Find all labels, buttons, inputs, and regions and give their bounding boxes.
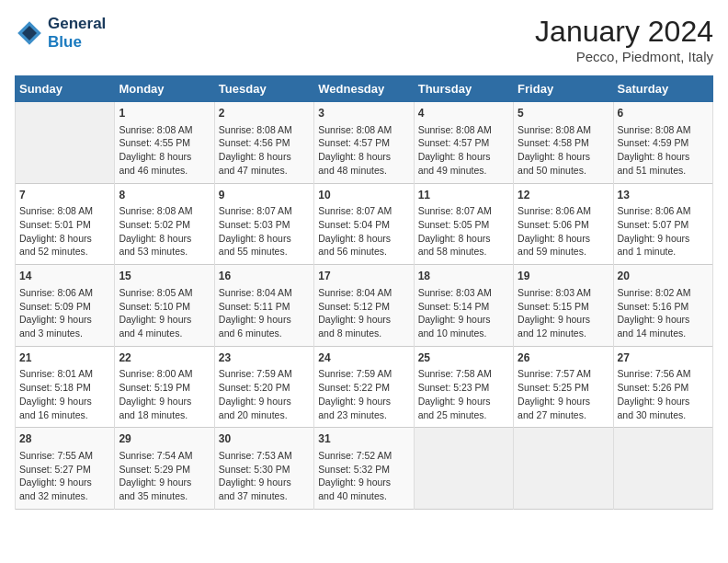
day-number: 17 bbox=[318, 269, 409, 284]
day-number: 16 bbox=[219, 269, 310, 284]
day-number: 18 bbox=[418, 269, 509, 284]
day-info: Sunrise: 8:06 AM Sunset: 5:07 PM Dayligh… bbox=[618, 204, 709, 259]
day-info: Sunrise: 7:54 AM Sunset: 5:29 PM Dayligh… bbox=[119, 449, 210, 503]
calendar-cell: 25Sunrise: 7:58 AM Sunset: 5:23 PM Dayli… bbox=[414, 346, 513, 428]
calendar-cell: 6Sunrise: 8:08 AM Sunset: 4:59 PM Daylig… bbox=[613, 102, 712, 184]
day-info: Sunrise: 8:01 AM Sunset: 5:18 PM Dayligh… bbox=[19, 367, 110, 421]
day-number: 12 bbox=[518, 188, 609, 203]
week-row: 1Sunrise: 8:08 AM Sunset: 4:55 PM Daylig… bbox=[16, 102, 713, 184]
calendar-cell: 20Sunrise: 8:02 AM Sunset: 5:16 PM Dayli… bbox=[613, 265, 712, 347]
logo-icon bbox=[15, 18, 44, 48]
day-number: 4 bbox=[418, 106, 509, 121]
week-row: 7Sunrise: 8:08 AM Sunset: 5:01 PM Daylig… bbox=[16, 183, 713, 265]
day-number: 9 bbox=[219, 188, 310, 203]
day-info: Sunrise: 7:59 AM Sunset: 5:22 PM Dayligh… bbox=[318, 367, 409, 421]
day-number: 21 bbox=[19, 350, 110, 366]
day-number: 2 bbox=[219, 106, 310, 121]
calendar-cell: 26Sunrise: 7:57 AM Sunset: 5:25 PM Dayli… bbox=[514, 346, 613, 428]
calendar-cell: 18Sunrise: 8:03 AM Sunset: 5:14 PM Dayli… bbox=[414, 265, 513, 347]
week-row: 28Sunrise: 7:55 AM Sunset: 5:27 PM Dayli… bbox=[16, 428, 713, 510]
day-info: Sunrise: 8:07 AM Sunset: 5:05 PM Dayligh… bbox=[418, 204, 509, 259]
day-number: 23 bbox=[219, 350, 310, 366]
day-number: 7 bbox=[19, 188, 110, 203]
calendar-cell: 23Sunrise: 7:59 AM Sunset: 5:20 PM Dayli… bbox=[214, 346, 313, 428]
day-number: 1 bbox=[119, 106, 210, 121]
header-row: SundayMondayTuesdayWednesdayThursdayFrid… bbox=[16, 76, 713, 102]
day-info: Sunrise: 8:08 AM Sunset: 5:02 PM Dayligh… bbox=[119, 204, 210, 259]
day-info: Sunrise: 8:08 AM Sunset: 4:55 PM Dayligh… bbox=[119, 123, 210, 178]
calendar-cell: 17Sunrise: 8:04 AM Sunset: 5:12 PM Dayli… bbox=[314, 265, 414, 347]
day-info: Sunrise: 7:55 AM Sunset: 5:27 PM Dayligh… bbox=[19, 449, 110, 503]
day-info: Sunrise: 8:08 AM Sunset: 4:57 PM Dayligh… bbox=[318, 123, 409, 178]
calendar-cell: 13Sunrise: 8:06 AM Sunset: 5:07 PM Dayli… bbox=[613, 183, 712, 265]
day-info: Sunrise: 8:08 AM Sunset: 4:58 PM Dayligh… bbox=[518, 123, 609, 178]
day-info: Sunrise: 7:59 AM Sunset: 5:20 PM Dayligh… bbox=[219, 367, 310, 421]
day-info: Sunrise: 8:07 AM Sunset: 5:04 PM Dayligh… bbox=[318, 204, 409, 259]
day-number: 3 bbox=[318, 106, 409, 121]
calendar-table: SundayMondayTuesdayWednesdayThursdayFrid… bbox=[15, 75, 713, 510]
day-number: 14 bbox=[19, 269, 110, 284]
calendar-cell: 8Sunrise: 8:08 AM Sunset: 5:02 PM Daylig… bbox=[115, 183, 214, 265]
day-number: 30 bbox=[219, 431, 310, 447]
calendar-cell: 10Sunrise: 8:07 AM Sunset: 5:04 PM Dayli… bbox=[314, 183, 414, 265]
day-number: 28 bbox=[19, 431, 110, 447]
day-number: 19 bbox=[518, 269, 609, 284]
calendar-cell: 1Sunrise: 8:08 AM Sunset: 4:55 PM Daylig… bbox=[115, 102, 214, 184]
page-header: General Blue January 2024 Pecco, Piedmon… bbox=[15, 15, 713, 64]
day-info: Sunrise: 8:00 AM Sunset: 5:19 PM Dayligh… bbox=[119, 367, 210, 421]
day-info: Sunrise: 7:58 AM Sunset: 5:23 PM Dayligh… bbox=[418, 367, 509, 421]
day-number: 15 bbox=[119, 269, 210, 284]
calendar-cell: 4Sunrise: 8:08 AM Sunset: 4:57 PM Daylig… bbox=[414, 102, 513, 184]
day-number: 10 bbox=[318, 188, 409, 203]
logo-general: General bbox=[48, 15, 106, 33]
calendar-cell: 16Sunrise: 8:04 AM Sunset: 5:11 PM Dayli… bbox=[214, 265, 313, 347]
day-number: 13 bbox=[618, 188, 709, 203]
logo: General Blue bbox=[15, 15, 106, 51]
calendar-cell: 2Sunrise: 8:08 AM Sunset: 4:56 PM Daylig… bbox=[214, 102, 313, 184]
calendar-cell: 14Sunrise: 8:06 AM Sunset: 5:09 PM Dayli… bbox=[16, 265, 115, 347]
day-number: 22 bbox=[119, 350, 210, 366]
calendar-cell: 27Sunrise: 7:56 AM Sunset: 5:26 PM Dayli… bbox=[613, 346, 712, 428]
calendar-cell: 28Sunrise: 7:55 AM Sunset: 5:27 PM Dayli… bbox=[16, 428, 115, 510]
day-number: 31 bbox=[318, 431, 409, 447]
calendar-cell: 21Sunrise: 8:01 AM Sunset: 5:18 PM Dayli… bbox=[16, 346, 115, 428]
month-title: January 2024 bbox=[535, 15, 713, 49]
calendar-cell: 31Sunrise: 7:52 AM Sunset: 5:32 PM Dayli… bbox=[314, 428, 414, 510]
col-header-saturday: Saturday bbox=[613, 76, 712, 102]
col-header-sunday: Sunday bbox=[16, 76, 115, 102]
day-number: 24 bbox=[318, 350, 409, 366]
calendar-cell bbox=[514, 428, 613, 510]
calendar-cell bbox=[613, 428, 712, 510]
col-header-friday: Friday bbox=[514, 76, 613, 102]
day-info: Sunrise: 8:03 AM Sunset: 5:15 PM Dayligh… bbox=[518, 286, 609, 340]
calendar-cell: 19Sunrise: 8:03 AM Sunset: 5:15 PM Dayli… bbox=[514, 265, 613, 347]
day-info: Sunrise: 7:57 AM Sunset: 5:25 PM Dayligh… bbox=[518, 367, 609, 421]
week-row: 14Sunrise: 8:06 AM Sunset: 5:09 PM Dayli… bbox=[16, 265, 713, 347]
day-number: 5 bbox=[518, 106, 609, 121]
calendar-cell: 30Sunrise: 7:53 AM Sunset: 5:30 PM Dayli… bbox=[214, 428, 313, 510]
calendar-cell: 9Sunrise: 8:07 AM Sunset: 5:03 PM Daylig… bbox=[214, 183, 313, 265]
day-info: Sunrise: 8:06 AM Sunset: 5:06 PM Dayligh… bbox=[518, 204, 609, 259]
day-number: 29 bbox=[119, 431, 210, 447]
day-info: Sunrise: 8:04 AM Sunset: 5:12 PM Dayligh… bbox=[318, 286, 409, 340]
calendar-cell bbox=[16, 102, 115, 184]
calendar-cell: 3Sunrise: 8:08 AM Sunset: 4:57 PM Daylig… bbox=[314, 102, 414, 184]
calendar-cell: 11Sunrise: 8:07 AM Sunset: 5:05 PM Dayli… bbox=[414, 183, 513, 265]
col-header-monday: Monday bbox=[115, 76, 214, 102]
calendar-cell: 29Sunrise: 7:54 AM Sunset: 5:29 PM Dayli… bbox=[115, 428, 214, 510]
day-info: Sunrise: 8:04 AM Sunset: 5:11 PM Dayligh… bbox=[219, 286, 310, 340]
day-number: 11 bbox=[418, 188, 509, 203]
day-info: Sunrise: 8:08 AM Sunset: 4:57 PM Dayligh… bbox=[418, 123, 509, 178]
day-info: Sunrise: 7:52 AM Sunset: 5:32 PM Dayligh… bbox=[318, 449, 409, 503]
day-number: 25 bbox=[418, 350, 509, 366]
calendar-cell: 12Sunrise: 8:06 AM Sunset: 5:06 PM Dayli… bbox=[514, 183, 613, 265]
calendar-cell: 7Sunrise: 8:08 AM Sunset: 5:01 PM Daylig… bbox=[16, 183, 115, 265]
day-number: 26 bbox=[518, 350, 609, 366]
day-info: Sunrise: 8:02 AM Sunset: 5:16 PM Dayligh… bbox=[618, 286, 709, 340]
calendar-cell bbox=[414, 428, 513, 510]
title-block: January 2024 Pecco, Piedmont, Italy bbox=[535, 15, 713, 64]
day-number: 6 bbox=[618, 106, 709, 121]
day-info: Sunrise: 8:08 AM Sunset: 4:59 PM Dayligh… bbox=[618, 123, 709, 178]
day-info: Sunrise: 8:07 AM Sunset: 5:03 PM Dayligh… bbox=[219, 204, 310, 259]
day-info: Sunrise: 7:56 AM Sunset: 5:26 PM Dayligh… bbox=[618, 367, 709, 421]
